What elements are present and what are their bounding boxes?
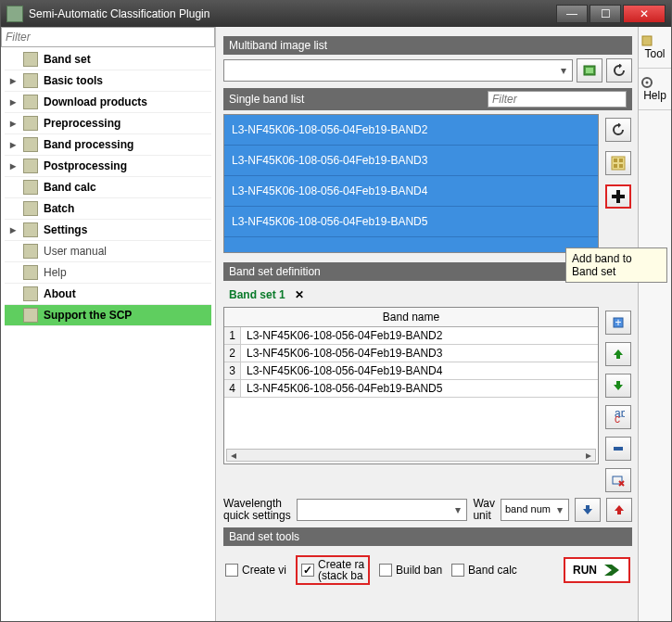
add-band-button[interactable] bbox=[605, 184, 631, 209]
single-band-item[interactable]: L3-NF45K06-108-056-04Feb19-BAND3 bbox=[224, 146, 598, 176]
nav-item-icon bbox=[23, 73, 38, 88]
scroll-left-arrow[interactable]: ◂ bbox=[227, 449, 240, 462]
multiband-combo[interactable] bbox=[223, 59, 573, 82]
nav-item-label: Band set bbox=[44, 53, 91, 66]
svg-rect-3 bbox=[614, 159, 617, 162]
add-bandset-button[interactable]: + bbox=[605, 311, 631, 335]
open-image-button[interactable] bbox=[577, 58, 602, 83]
create-raster-label: Create ra (stack ba bbox=[318, 559, 364, 581]
svg-text:c: c bbox=[615, 413, 620, 424]
single-band-item[interactable]: L3-NF45K06-108-056-04Feb19-BAND5 bbox=[224, 207, 598, 237]
nav-item-label: Preprocessing bbox=[44, 117, 120, 130]
open-icon bbox=[582, 63, 597, 78]
remove-band-button[interactable] bbox=[605, 437, 631, 461]
sort-icon: abc bbox=[612, 411, 625, 424]
band-table-row[interactable]: 3L3-NF45K06-108-056-04Feb19-BAND4 bbox=[224, 362, 598, 380]
refresh-single-button[interactable] bbox=[605, 118, 631, 142]
nav-item-download-products[interactable]: ▸Download products bbox=[5, 92, 211, 113]
build-band-checkbox[interactable]: Build ban bbox=[379, 564, 442, 577]
side-tab-help-label: Help bbox=[640, 89, 669, 102]
nav-item-batch[interactable]: Batch bbox=[5, 198, 211, 220]
nav-item-icon bbox=[23, 95, 38, 109]
create-vi-checkbox[interactable]: Create vi bbox=[225, 564, 286, 577]
band-table-row[interactable]: 1L3-NF45K06-108-056-04Feb19-BAND2 bbox=[224, 327, 598, 345]
nav-item-help[interactable]: Help bbox=[5, 262, 211, 284]
create-vi-label: Create vi bbox=[242, 564, 286, 577]
svg-point-17 bbox=[646, 82, 649, 84]
maximize-button[interactable]: ☐ bbox=[590, 5, 621, 23]
expand-icon: ▸ bbox=[8, 95, 18, 108]
band-table-row[interactable]: 2L3-NF45K06-108-056-04Feb19-BAND3 bbox=[224, 345, 598, 362]
arrow-up-icon bbox=[612, 348, 625, 361]
nav-item-label: Settings bbox=[44, 223, 87, 236]
scroll-right-arrow[interactable]: ▸ bbox=[582, 449, 595, 462]
close-button[interactable]: ✕ bbox=[623, 5, 666, 23]
app-icon bbox=[6, 6, 23, 22]
move-down-button[interactable] bbox=[605, 374, 631, 398]
side-tab-help[interactable]: Help bbox=[639, 69, 671, 110]
nav-item-icon bbox=[23, 265, 38, 280]
row-number: 1 bbox=[224, 327, 241, 344]
import-csv-button[interactable] bbox=[575, 498, 601, 522]
expand-icon: ▸ bbox=[8, 159, 18, 172]
tab-close-button[interactable]: ✕ bbox=[295, 288, 304, 301]
wavelength-unit-value: band num bbox=[505, 503, 551, 514]
nav-item-settings[interactable]: ▸Settings bbox=[5, 220, 211, 241]
svg-rect-8 bbox=[612, 195, 625, 198]
nav-item-icon bbox=[23, 222, 38, 237]
nav-item-label: Band processing bbox=[44, 138, 133, 151]
nav-item-band-processing[interactable]: ▸Band processing bbox=[5, 134, 211, 156]
svg-rect-6 bbox=[619, 164, 623, 168]
wavelength-quick-label: Wavelength quick settings bbox=[223, 498, 291, 522]
select-all-icon bbox=[611, 156, 626, 171]
single-band-list[interactable]: L3-NF45K06-108-056-04Feb19-BAND2L3-NF45K… bbox=[223, 114, 599, 253]
singleband-filter-input[interactable] bbox=[488, 91, 627, 108]
nav-item-band-calc[interactable]: Band calc bbox=[5, 177, 211, 198]
nav-item-icon bbox=[23, 137, 38, 152]
nav-item-icon bbox=[23, 201, 38, 216]
single-band-item[interactable]: L3-NF45K06-108-056-04Feb19-BAND2 bbox=[224, 115, 598, 146]
run-button[interactable]: RUN bbox=[564, 557, 630, 583]
nav-item-basic-tools[interactable]: ▸Basic tools bbox=[5, 70, 211, 92]
wavelength-quick-combo[interactable] bbox=[297, 499, 468, 521]
band-calc-checkbox[interactable]: Band calc bbox=[451, 564, 517, 577]
tree-filter-input[interactable] bbox=[1, 27, 215, 47]
sort-button[interactable]: abc bbox=[605, 405, 631, 429]
nav-item-support-the-scp[interactable]: Support the SCP bbox=[5, 305, 211, 326]
export-csv-button[interactable] bbox=[606, 498, 632, 522]
svg-text:+: + bbox=[615, 316, 621, 329]
nav-item-about[interactable]: About bbox=[5, 284, 211, 305]
move-up-button[interactable] bbox=[605, 342, 631, 366]
tab-bandset-1[interactable]: Band set 1 bbox=[225, 286, 289, 303]
svg-rect-13 bbox=[614, 447, 623, 451]
band-table-row[interactable]: 4L3-NF45K06-108-056-04Feb19-BAND5 bbox=[224, 380, 598, 398]
nav-item-label: User manual bbox=[44, 245, 107, 258]
minimize-button[interactable]: — bbox=[556, 5, 588, 23]
nav-item-user-manual[interactable]: User manual bbox=[5, 241, 211, 262]
wavelength-unit-combo[interactable]: band num bbox=[501, 499, 569, 521]
svg-rect-5 bbox=[614, 164, 617, 168]
gear-icon bbox=[640, 76, 653, 89]
expand-icon: ▸ bbox=[8, 223, 18, 236]
select-all-button[interactable] bbox=[605, 151, 631, 175]
band-name-cell: L3-NF45K06-108-056-04Feb19-BAND2 bbox=[241, 327, 598, 344]
band-table-header: Band name bbox=[224, 308, 598, 327]
run-arrow-icon bbox=[602, 563, 621, 578]
create-raster-checkbox[interactable]: Create ra (stack ba bbox=[301, 559, 364, 581]
nav-item-preprocessing[interactable]: ▸Preprocessing bbox=[5, 113, 211, 134]
nav-item-band-set[interactable]: Band set bbox=[5, 49, 211, 70]
nav-item-postprocessing[interactable]: ▸Postprocessing bbox=[5, 156, 211, 177]
refresh-multiband-button[interactable] bbox=[606, 58, 632, 83]
nav-item-label: Download products bbox=[44, 95, 147, 108]
side-tab-tool[interactable]: Tool bbox=[639, 27, 671, 69]
nav-item-icon bbox=[23, 159, 38, 173]
clear-bandset-button[interactable] bbox=[605, 468, 631, 492]
horizontal-scrollbar[interactable]: ◂ ▸ bbox=[226, 449, 596, 462]
arrow-up-icon bbox=[613, 503, 626, 516]
add-band-tooltip: Add band to Band set bbox=[565, 248, 667, 283]
single-band-item[interactable]: L3-NF45K06-108-056-04Feb19-BAND4 bbox=[224, 176, 598, 207]
build-band-label: Build ban bbox=[396, 564, 442, 577]
window-title: Semi-Automatic Classification Plugin bbox=[29, 7, 209, 20]
minus-icon bbox=[612, 442, 625, 455]
tool-icon bbox=[640, 34, 653, 47]
